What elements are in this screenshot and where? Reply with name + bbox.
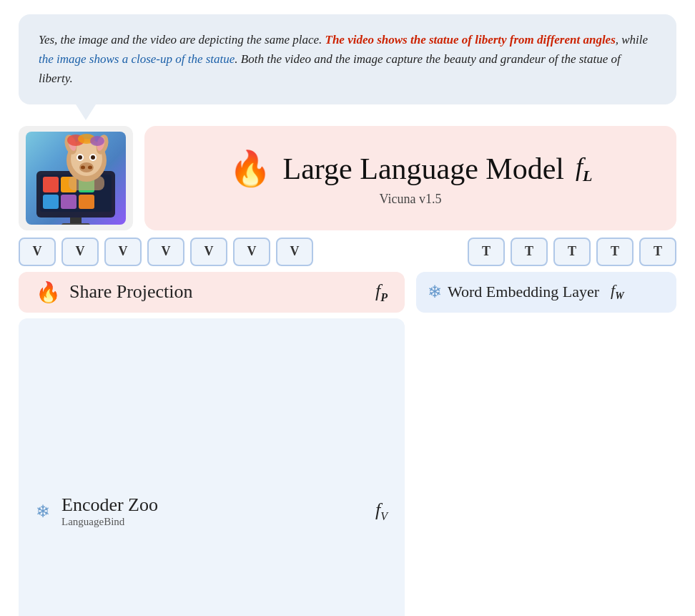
llm-subtitle: Vicuna v1.5 xyxy=(380,192,442,207)
llama-image xyxy=(26,132,126,225)
diagram: 🔥 Large Language Model fL Vicuna v1.5 V … xyxy=(19,126,676,616)
llm-flame-icon: 🔥 xyxy=(229,149,272,189)
encoder-f: fV xyxy=(375,499,388,523)
svg-rect-26 xyxy=(69,176,104,190)
word-embed-snowflake-icon: ❄ xyxy=(428,282,442,302)
bubble-text-mid: , while xyxy=(616,33,648,47)
token-t-4: T xyxy=(596,238,634,266)
share-projection-box: 🔥 Share Projection fP xyxy=(19,272,405,313)
token-t-5: T xyxy=(639,238,676,266)
word-embedding-box: ❄ Word Embedding Layer fW xyxy=(416,272,676,313)
token-v-6: V xyxy=(233,238,270,266)
llm-title: Large Language Model xyxy=(283,152,564,186)
bubble-text-start: Yes, the image and the video are depicti… xyxy=(39,33,325,47)
svg-point-19 xyxy=(91,155,95,160)
share-proj-flame-icon: 🔥 xyxy=(36,280,61,304)
token-v-3: V xyxy=(104,238,142,266)
share-proj-f: fP xyxy=(375,280,388,304)
llm-title-row: 🔥 Large Language Model fL xyxy=(229,149,593,189)
svg-point-22 xyxy=(88,165,92,169)
svg-point-17 xyxy=(78,155,82,160)
token-t-1: T xyxy=(468,238,505,266)
encoder-subtitle: LanguageBind xyxy=(61,516,158,528)
svg-rect-9 xyxy=(61,223,90,225)
llm-main-box: 🔥 Large Language Model fL Vicuna v1.5 xyxy=(144,126,676,230)
llm-row: 🔥 Large Language Model fL Vicuna v1.5 xyxy=(19,126,676,230)
svg-rect-5 xyxy=(43,195,59,209)
svg-point-21 xyxy=(81,165,85,169)
share-proj-label: Share Projection xyxy=(69,281,193,303)
word-embed-label: Word Embedding Layer xyxy=(448,283,599,301)
llama-svg xyxy=(26,132,126,225)
llm-f-label: fL xyxy=(576,152,592,185)
word-embed-f: fW xyxy=(611,281,624,302)
token-v-1: V xyxy=(19,238,56,266)
bubble-text-red: The video shows the statue of liberty fr… xyxy=(325,33,616,47)
encoder-title: Encoder Zoo xyxy=(61,494,158,516)
tokens-v-row: V V V V V V V T T T T T xyxy=(19,238,676,266)
token-t-3: T xyxy=(553,238,591,266)
speech-bubble: Yes, the image and the video are depicti… xyxy=(19,14,676,104)
token-v-5: V xyxy=(190,238,227,266)
bottom-section: ❄ Encoder Zoo LanguageBind fV xyxy=(19,318,676,616)
left-section: ❄ Encoder Zoo LanguageBind fV xyxy=(19,318,405,616)
svg-rect-2 xyxy=(43,177,59,192)
token-t-2: T xyxy=(511,238,548,266)
svg-rect-7 xyxy=(79,195,94,209)
token-v-7: V xyxy=(276,238,313,266)
svg-rect-6 xyxy=(61,195,77,209)
encoder-snowflake-icon: ❄ xyxy=(36,502,50,522)
encoder-box: ❄ Encoder Zoo LanguageBind fV xyxy=(19,318,405,616)
token-v-4: V xyxy=(147,238,184,266)
token-v-2: V xyxy=(61,238,99,266)
encoder-text-block: Encoder Zoo LanguageBind xyxy=(61,494,158,528)
bubble-text-blue: the image shows a close-up of the statue xyxy=(39,52,235,66)
llama-box xyxy=(19,126,133,230)
svg-point-25 xyxy=(90,136,104,146)
middle-row: 🔥 Share Projection fP ❄ Word Embedding L… xyxy=(19,272,676,313)
right-section: ↑ Are the image and the video depicting … xyxy=(416,318,676,616)
